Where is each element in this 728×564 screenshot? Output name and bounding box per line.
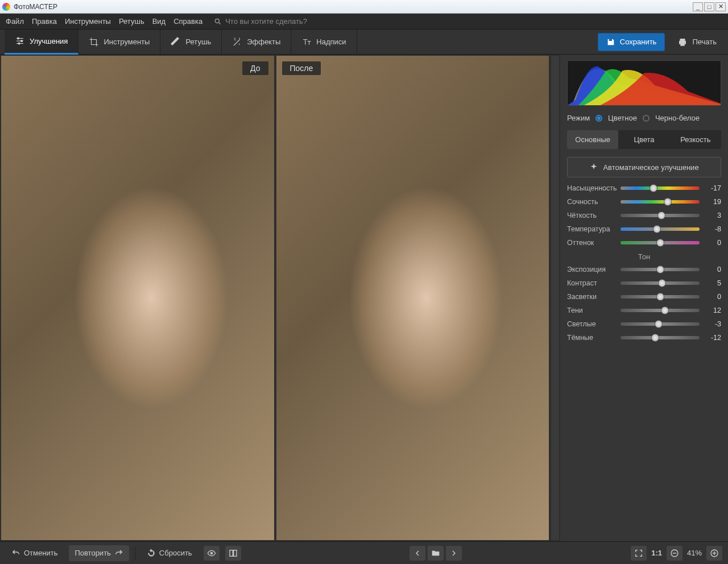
slider-track[interactable]: [621, 214, 700, 217]
slider-handle[interactable]: [656, 293, 664, 301]
eye-icon: [207, 549, 216, 558]
slider-handle[interactable]: [657, 212, 665, 219]
preview-button[interactable]: [204, 546, 220, 561]
svg-point-7: [18, 43, 20, 44]
slider-row: Чёткость 3: [567, 212, 721, 219]
fit-icon: [634, 549, 643, 558]
browse-button[interactable]: [428, 546, 444, 561]
slider-handle[interactable]: [664, 198, 672, 206]
svg-rect-9: [230, 550, 233, 556]
search-placeholder: Что вы хотите сделать?: [225, 17, 307, 26]
slider-value: 19: [704, 198, 721, 206]
slider-handle[interactable]: [656, 239, 664, 247]
print-label: Печать: [692, 38, 717, 46]
tab-tools-label: Инструменты: [104, 38, 150, 46]
slider-label: Чёткость: [567, 212, 616, 219]
next-button[interactable]: [446, 546, 462, 561]
maximize-button[interactable]: □: [704, 2, 714, 11]
slider-label: Тени: [567, 306, 616, 314]
menu-bar: Файл Правка Инструменты Ретушь Вид Справ…: [0, 14, 728, 30]
save-button[interactable]: Сохранить: [598, 33, 665, 51]
undo-label: Отменить: [24, 549, 57, 557]
slider-value: 0: [704, 293, 721, 301]
slider-row: Сочность 19: [567, 198, 721, 206]
redo-button[interactable]: Повторить: [69, 545, 129, 561]
vertical-scrollbar[interactable]: [551, 56, 559, 540]
slider-track[interactable]: [621, 281, 700, 285]
menu-view[interactable]: Вид: [152, 17, 166, 26]
canvas-after[interactable]: После: [276, 56, 549, 540]
search-box[interactable]: Что вы хотите сделать?: [214, 17, 307, 26]
search-icon: [214, 18, 222, 26]
save-icon: [606, 38, 615, 47]
chevron-right-icon: [449, 549, 458, 558]
print-button[interactable]: Печать: [671, 33, 723, 51]
slider-track[interactable]: [621, 322, 700, 326]
tab-enhance-label: Улучшения: [30, 37, 68, 45]
compare-icon: [229, 549, 238, 558]
fit-button[interactable]: [631, 546, 647, 561]
menu-help[interactable]: Справка: [173, 17, 202, 26]
close-button[interactable]: ✕: [715, 2, 726, 11]
redo-icon: [114, 549, 123, 558]
slider-handle[interactable]: [651, 334, 659, 342]
slider-row: Светлые -3: [567, 320, 721, 328]
subtab-sharpness[interactable]: Резкость: [670, 130, 721, 149]
undo-button[interactable]: Отменить: [6, 545, 63, 561]
slider-handle[interactable]: [655, 320, 663, 328]
slider-handle[interactable]: [650, 184, 657, 192]
slider-track[interactable]: [621, 186, 700, 190]
tab-retouch[interactable]: Ретушь: [160, 30, 222, 55]
tab-tools[interactable]: Инструменты: [78, 30, 160, 55]
svg-point-6: [21, 40, 23, 42]
zoom-out-button[interactable]: [667, 546, 682, 561]
slider-label: Контраст: [567, 279, 616, 287]
compare-button[interactable]: [225, 546, 241, 561]
slider-track[interactable]: [621, 227, 700, 231]
auto-enhance-button[interactable]: Автоматическое улучшение: [567, 157, 721, 177]
slider-value: -17: [704, 184, 721, 192]
slider-handle[interactable]: [656, 266, 664, 273]
mode-color-label[interactable]: Цветное: [608, 114, 637, 122]
zoom-ratio[interactable]: 1:1: [651, 549, 662, 557]
slider-handle[interactable]: [661, 306, 669, 314]
slider-track[interactable]: [621, 241, 700, 244]
slider-value: -8: [704, 225, 721, 233]
svg-point-5: [18, 38, 19, 39]
radio-color[interactable]: [595, 115, 602, 122]
prev-button[interactable]: [410, 546, 425, 561]
subtab-colors[interactable]: Цвета: [618, 130, 669, 149]
radio-bw[interactable]: [643, 115, 650, 122]
tab-enhance[interactable]: Улучшения: [5, 30, 78, 55]
slider-track[interactable]: [621, 200, 700, 204]
slider-value: 0: [704, 239, 721, 247]
menu-edit[interactable]: Правка: [32, 17, 57, 26]
menu-retouch[interactable]: Ретушь: [119, 17, 144, 26]
tab-captions[interactable]: Надписи: [291, 30, 357, 55]
slider-handle[interactable]: [653, 225, 661, 233]
panel-subtabs: Основные Цвета Резкость: [567, 130, 721, 149]
slider-track[interactable]: [621, 295, 700, 298]
print-icon: [677, 37, 688, 47]
mode-bw-label[interactable]: Черно-белое: [655, 114, 700, 122]
minimize-button[interactable]: _: [693, 2, 703, 11]
slider-track[interactable]: [621, 268, 700, 271]
slider-track[interactable]: [621, 309, 700, 312]
menu-tools[interactable]: Инструменты: [65, 17, 111, 26]
histogram[interactable]: [567, 60, 721, 106]
mode-row: Режим Цветное Черно-белое: [567, 114, 721, 122]
canvas-before[interactable]: До: [1, 56, 274, 540]
zoom-in-button[interactable]: [706, 546, 722, 561]
subtab-basic[interactable]: Основные: [567, 130, 618, 149]
reset-button[interactable]: Сбросить: [141, 545, 198, 561]
tab-retouch-label: Ретушь: [185, 38, 211, 46]
sliders-icon: [15, 36, 25, 46]
svg-line-1: [219, 22, 221, 24]
menu-file[interactable]: Файл: [6, 17, 24, 26]
tab-effects[interactable]: Эффекты: [222, 30, 291, 55]
zoom-value[interactable]: 41%: [687, 549, 702, 557]
slider-handle[interactable]: [658, 279, 666, 287]
slider-track[interactable]: [621, 336, 700, 339]
plus-icon: [710, 549, 719, 558]
slider-value: 0: [704, 266, 721, 273]
